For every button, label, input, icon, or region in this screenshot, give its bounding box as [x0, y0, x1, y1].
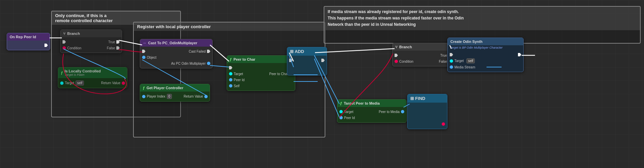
ptm-peerid-row: Peer Id	[337, 115, 406, 121]
ptc-peerid-in	[229, 78, 232, 81]
comment-middle-label: Register with local player controller	[134, 22, 325, 31]
find-out-row	[408, 121, 447, 127]
br-condition-pin	[395, 60, 398, 63]
ptm-out	[401, 110, 404, 113]
co-exec-in	[450, 53, 453, 56]
cast-exec-row: Cast Failed	[140, 48, 212, 54]
get-player-header: ƒ Get Player Controller	[140, 84, 210, 92]
on-rep-header: On Rep Peer Id	[7, 33, 50, 41]
find-body	[408, 103, 447, 129]
co-mediastream-pin	[450, 65, 453, 69]
comment-right-label: If media stream was already registered f…	[324, 7, 640, 30]
cast-exec-in	[142, 50, 145, 53]
ptc-target-in	[229, 72, 232, 75]
create-odin-body: Target self Media Stream	[448, 50, 523, 72]
find-out-pin	[442, 122, 445, 126]
peer-to-media-body: Target Peer to Media Peer Id	[337, 107, 406, 122]
br-condition-row: Condition False	[393, 58, 454, 64]
ptc-self-in	[229, 84, 232, 88]
player-index-value: 0	[167, 94, 172, 99]
ptm-target-in	[339, 110, 343, 113]
on-rep-exec-out	[7, 42, 50, 48]
cast-body: Cast Failed Object As PC Odin Multiplaye…	[140, 47, 212, 68]
on-rep-body	[7, 41, 50, 50]
co-target-row: Target self	[448, 58, 523, 64]
add-body	[287, 56, 327, 75]
peer-to-char-title: Peer to Char	[233, 57, 255, 61]
add-header: ⊞ ADD	[287, 47, 327, 56]
peer-to-char-body: Target Peer to Char Peer Id Self	[227, 63, 295, 91]
on-rep-title: On Rep Peer Id	[10, 35, 36, 39]
create-odin-title: Create Odin Synth	[450, 40, 482, 44]
find-title: ⊞ FIND	[410, 96, 425, 101]
object-pin	[142, 56, 145, 59]
co-exec-row	[448, 52, 523, 58]
get-player-node: ƒ Get Player Controller Player Index 0 R…	[140, 84, 210, 102]
cast-object-row: Object	[140, 54, 212, 60]
cast-node: ↔ Cast To PC_OdinMultiplayer Cast Failed…	[140, 39, 213, 68]
add-exec-out	[321, 59, 325, 62]
exec-out-pin	[44, 44, 48, 47]
peer-to-char-node: ƒ Peer to Char Target Peer to Char Peer …	[227, 55, 295, 91]
cast-failed-pin	[207, 50, 210, 53]
br-exec-in	[395, 54, 398, 57]
co-exec-out	[518, 53, 521, 56]
cast-title: Cast To PC_OdinMultiplayer	[148, 41, 197, 45]
ptc-exec-row	[227, 65, 295, 71]
br-exec-row: True	[393, 52, 454, 58]
cast-header: ↔ Cast To PC_OdinMultiplayer	[140, 39, 212, 47]
branch-right-body: True Condition False	[393, 51, 454, 66]
ptm-peerid-in	[339, 116, 343, 119]
ptc-self-row: Self	[227, 83, 295, 89]
add-exec-in	[289, 59, 293, 62]
ptc-peerid-row: Peer Id	[227, 77, 295, 83]
find-node: ⊞ FIND	[407, 94, 447, 129]
get-player-body: Player Index 0 Return Value	[140, 92, 210, 101]
add-node: ⊞ ADD	[287, 47, 327, 75]
peer-to-char-header: ƒ Peer to Char	[227, 56, 295, 63]
ptc-target-row: Target Peer to Char	[227, 71, 295, 77]
as-pc-pin	[207, 62, 210, 65]
create-odin-subtitle: Target is BP Odin Multiplayer Character	[448, 45, 523, 50]
return-value-pin	[204, 95, 208, 98]
branch-right-title: Branch	[399, 45, 412, 49]
create-odin-header: Create Odin Synth	[448, 38, 523, 45]
cast-as-row: As PC Odin Multiplayer	[140, 60, 212, 66]
ptm-target-row: Target Peer to Media	[337, 109, 406, 115]
co-target-value: self	[466, 58, 475, 63]
co-mediastream-row: Media Stream	[448, 64, 523, 70]
get-player-index-row: Player Index 0 Return Value	[140, 93, 210, 100]
peer-to-media-header: ƒ Target Peer to Media	[337, 100, 406, 107]
on-rep-peer-id-node: On Rep Peer Id	[7, 33, 50, 50]
branch-right-node: ⑂ Branch True Condition False	[392, 43, 454, 66]
find-header: ⊞ FIND	[408, 94, 447, 103]
peer-to-media-title: Target Peer to Media	[344, 101, 380, 105]
add-title: ⊞ ADD	[290, 49, 304, 54]
get-player-title: Get Player Controller	[146, 86, 183, 90]
add-exec	[287, 57, 327, 63]
branch-right-header: ⑂ Branch	[393, 43, 454, 51]
ptc-exec-in	[229, 66, 232, 69]
create-odin-node: Create Odin Synth Target is BP Odin Mult…	[447, 38, 524, 72]
player-index-pin	[142, 95, 145, 98]
peer-to-media-node: ƒ Target Peer to Media Target Peer to Me…	[337, 99, 407, 123]
co-target-pin	[450, 59, 453, 63]
